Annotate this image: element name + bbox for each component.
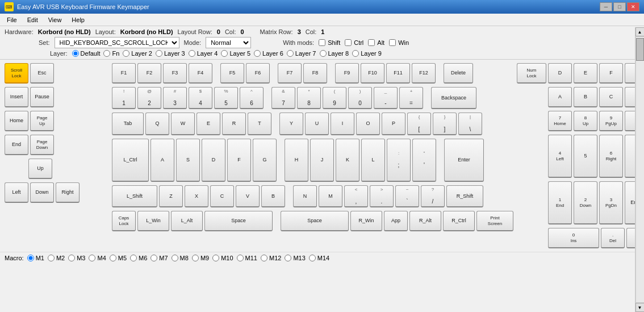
key-num-4[interactable]: 4Left — [548, 135, 572, 178]
layer-6[interactable]: Layer 6 — [254, 50, 283, 57]
key-tab[interactable]: Tab — [112, 113, 144, 135]
minimize-button[interactable]: ─ — [600, 2, 612, 11]
key-n[interactable]: N — [293, 185, 317, 207]
key-num-5[interactable]: 5 — [574, 135, 597, 178]
key-down[interactable]: Down — [30, 182, 54, 203]
key-space-left[interactable]: Space — [204, 211, 273, 231]
macro-m7[interactable]: M7 — [150, 255, 168, 261]
key-num-e[interactable]: E — [574, 63, 597, 84]
key-f3[interactable]: F3 — [163, 63, 187, 84]
set-select[interactable]: HID_KEYBOARD_SC_SCROLL_LOCK — [55, 37, 179, 48]
key-f5[interactable]: F5 — [220, 63, 244, 84]
key-x[interactable]: X — [185, 185, 208, 207]
key-enter[interactable]: Enter — [444, 139, 484, 182]
key-amp-7[interactable]: &7 — [271, 87, 295, 109]
key-f8[interactable]: F8 — [303, 63, 327, 84]
key-lbracket[interactable]: {[ — [407, 113, 431, 135]
scroll-down-button[interactable]: ▼ — [635, 303, 645, 312]
key-y[interactable]: Y — [279, 113, 303, 135]
key-rbracket[interactable]: }] — [433, 113, 457, 135]
macro-m2[interactable]: M2 — [48, 255, 65, 261]
key-comma[interactable]: <, — [344, 185, 368, 207]
key-num-lock[interactable]: NumLock — [517, 63, 546, 84]
key-pause[interactable]: Pause — [30, 87, 54, 107]
menu-file[interactable]: File — [2, 15, 22, 24]
key-rparen-0[interactable]: )0 — [348, 87, 372, 109]
key-num-d[interactable]: D — [548, 63, 572, 84]
key-w[interactable]: W — [171, 113, 195, 135]
key-f9[interactable]: F9 — [335, 63, 359, 84]
layer-9[interactable]: Layer 9 — [352, 50, 382, 57]
key-o[interactable]: O — [356, 113, 380, 135]
key-pct-5[interactable]: %5 — [214, 87, 238, 109]
key-page-down[interactable]: PageDown — [30, 135, 54, 155]
key-num-a[interactable]: A — [548, 87, 572, 107]
macro-m14[interactable]: M14 — [309, 255, 329, 261]
macro-m1[interactable]: M1 — [27, 255, 44, 261]
key-f7[interactable]: F7 — [278, 63, 302, 84]
key-i[interactable]: I — [331, 113, 354, 135]
key-f[interactable]: F — [227, 139, 251, 182]
key-lalt[interactable]: L_Alt — [171, 211, 203, 231]
close-button[interactable]: ✕ — [627, 2, 639, 11]
key-backspace[interactable]: Backspace — [431, 87, 476, 109]
menu-view[interactable]: View — [44, 15, 66, 24]
key-f1[interactable]: F1 — [112, 63, 136, 84]
key-num-9[interactable]: 9PgUp — [599, 111, 623, 131]
key-minus[interactable]: _- — [374, 87, 398, 109]
key-backslash[interactable]: |\ — [458, 113, 482, 135]
key-scroll-lock[interactable]: ScrollLock — [5, 63, 28, 84]
macro-m11[interactable]: M11 — [237, 255, 257, 261]
key-num-b[interactable]: B — [574, 87, 597, 107]
key-m[interactable]: M — [319, 185, 342, 207]
key-f4[interactable]: F4 — [189, 63, 212, 84]
key-home[interactable]: Home — [5, 111, 28, 131]
key-b[interactable]: B — [261, 185, 285, 207]
key-s[interactable]: S — [176, 139, 200, 182]
layer-5[interactable]: Layer 5 — [221, 50, 250, 57]
key-c[interactable]: C — [210, 185, 234, 207]
key-num-6[interactable]: 6Right — [599, 135, 623, 178]
win-checkbox-group[interactable]: Win — [389, 39, 409, 46]
layer-default[interactable]: Default — [72, 50, 101, 57]
alt-checkbox[interactable] — [368, 39, 375, 46]
key-num-c[interactable]: C — [599, 87, 623, 107]
key-rwin[interactable]: R_Win — [350, 211, 382, 231]
win-checkbox[interactable] — [389, 39, 396, 46]
ctrl-checkbox[interactable] — [345, 39, 352, 46]
key-num-0[interactable]: 0Ins — [548, 228, 599, 248]
key-v[interactable]: V — [236, 185, 260, 207]
shift-checkbox[interactable] — [319, 39, 325, 46]
key-quote[interactable]: "' — [412, 139, 436, 182]
key-esc[interactable]: Esc — [30, 63, 54, 84]
key-t[interactable]: T — [248, 113, 271, 135]
key-insert[interactable]: Insert — [5, 87, 28, 107]
macro-m13[interactable]: M13 — [285, 255, 305, 261]
ctrl-checkbox-group[interactable]: Ctrl — [345, 39, 363, 46]
macro-m12[interactable]: M12 — [261, 255, 281, 261]
key-num-7[interactable]: 7Home — [548, 111, 572, 131]
layer-4[interactable]: Layer 4 — [189, 50, 218, 57]
key-question[interactable]: ?/ — [421, 185, 445, 207]
layer-3[interactable]: Layer 3 — [156, 50, 185, 57]
key-semicolon[interactable]: :; — [387, 139, 411, 182]
key-caps-lock[interactable]: CapsLock — [112, 211, 136, 231]
key-num-2[interactable]: 2Down — [574, 181, 597, 224]
key-rctrl[interactable]: R_Ctrl — [443, 211, 475, 231]
key-d[interactable]: D — [202, 139, 225, 182]
key-left[interactable]: Left — [5, 182, 28, 203]
key-f10[interactable]: F10 — [361, 63, 384, 84]
macro-m10[interactable]: M10 — [212, 255, 233, 261]
key-lparen-9[interactable]: (9 — [323, 87, 346, 109]
key-lwin[interactable]: L_Win — [137, 211, 169, 231]
key-g[interactable]: G — [253, 139, 277, 182]
key-u[interactable]: U — [305, 113, 329, 135]
key-space-right[interactable]: Space — [281, 211, 349, 231]
key-num-3[interactable]: 3PgDn — [599, 181, 623, 224]
key-app[interactable]: App — [384, 211, 408, 231]
key-print-screen[interactable]: PrintScreen — [476, 211, 513, 231]
key-equals[interactable]: += — [399, 87, 423, 109]
layer-7[interactable]: Layer 7 — [287, 50, 316, 57]
menu-edit[interactable]: Edit — [23, 15, 43, 24]
key-page-up[interactable]: PageUp — [30, 111, 54, 131]
